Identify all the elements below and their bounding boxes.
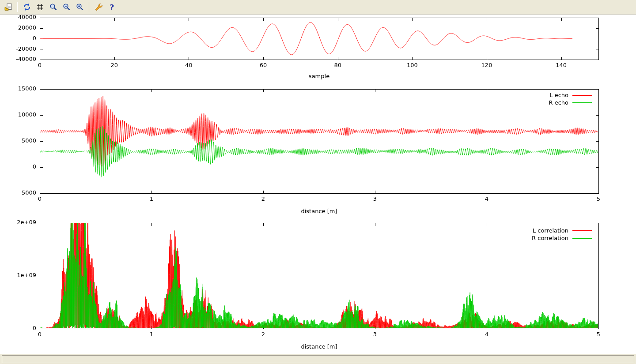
zoom-region-button[interactable] bbox=[47, 1, 59, 13]
replot-button[interactable] bbox=[21, 1, 33, 13]
status-field bbox=[2, 355, 634, 363]
plot3-legend: L correlation R correlation bbox=[532, 228, 592, 241]
help-button[interactable]: ? bbox=[106, 1, 117, 13]
zoom-next-button[interactable] bbox=[74, 1, 86, 13]
legend-line-swatch bbox=[572, 95, 592, 96]
copy-to-clipboard-button[interactable] bbox=[2, 1, 14, 13]
magnifier-minus-icon bbox=[62, 3, 71, 11]
legend-line-swatch bbox=[572, 230, 592, 231]
legend-label: R correlation bbox=[532, 235, 568, 241]
legend-entry-r-correlation: R correlation bbox=[532, 235, 592, 241]
plot3-xlabel: distance [m] bbox=[40, 343, 598, 350]
magnifier-icon bbox=[49, 3, 58, 11]
plot2-legend: L echo R echo bbox=[549, 92, 592, 105]
copy-to-clipboard-icon bbox=[4, 3, 13, 11]
legend-entry-r-echo: R echo bbox=[549, 100, 592, 105]
configure-button[interactable] bbox=[92, 1, 104, 13]
legend-line-swatch bbox=[572, 238, 592, 239]
legend-label: R echo bbox=[549, 100, 568, 105]
toolbar-separator bbox=[89, 2, 89, 12]
gnuplot-window: ? sample distance [m] distance [m] L ech… bbox=[0, 0, 636, 364]
magnifier-plus-icon bbox=[76, 3, 84, 11]
legend-entry-l-correlation: L correlation bbox=[533, 228, 592, 233]
grid-toggle-button[interactable] bbox=[34, 1, 46, 13]
question-mark-icon: ? bbox=[107, 3, 116, 11]
legend-line-swatch bbox=[572, 102, 592, 103]
plot-area[interactable] bbox=[0, 0, 636, 364]
legend-entry-l-echo: L echo bbox=[549, 92, 592, 98]
plot2-xlabel: distance [m] bbox=[40, 208, 598, 214]
grid-icon bbox=[36, 3, 45, 11]
zoom-previous-button[interactable] bbox=[61, 1, 72, 13]
status-bar bbox=[0, 353, 636, 364]
refresh-icon bbox=[23, 3, 31, 11]
legend-label: L correlation bbox=[533, 228, 568, 233]
wrench-icon bbox=[94, 3, 103, 11]
plot1-xlabel: sample bbox=[40, 73, 598, 79]
toolbar-separator bbox=[17, 2, 18, 12]
svg-text:?: ? bbox=[110, 3, 114, 11]
legend-label: L echo bbox=[549, 92, 568, 98]
toolbar: ? bbox=[0, 0, 636, 15]
